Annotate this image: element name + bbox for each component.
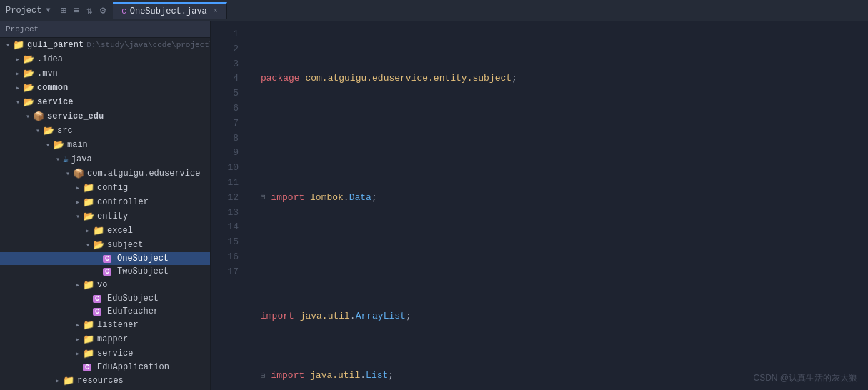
tree-label-vo: vo: [97, 280, 107, 290]
chevron-down-icon: ▾: [73, 212, 83, 221]
chevron-right-icon: ▸: [73, 349, 83, 358]
folder-icon: 📂: [23, 82, 34, 94]
chevron-down-icon: ▾: [43, 141, 53, 149]
tab-close-icon[interactable]: ×: [214, 7, 218, 15]
line-num-12: 12: [211, 191, 239, 206]
tree-label-eduteacher: EduTeacher: [107, 306, 159, 316]
tree-item-java[interactable]: ▾ ☕ java: [0, 152, 210, 166]
line-num-15: 15: [211, 235, 239, 250]
tree-item-guli-parent[interactable]: ▾ 📁 guli_parent D:\study\java\code\proje…: [0, 38, 210, 52]
tree-label-mvn: .mvn: [37, 69, 58, 79]
class-icon: C: [103, 268, 111, 276]
tree-item-service[interactable]: ▾ 📂 service: [0, 95, 210, 109]
chevron-down-icon: ▾: [83, 241, 93, 249]
tree-item-excel[interactable]: ▸ 📁 excel: [0, 224, 210, 238]
class-icon: C: [83, 364, 91, 371]
tree-item-onesubject[interactable]: ▸ C OneSubject: [0, 252, 210, 265]
tree-item-service-edu[interactable]: ▾ 📦 service_edu: [0, 109, 210, 124]
sort-icon[interactable]: ⇅: [86, 4, 92, 16]
chevron-down-icon: ▾: [53, 155, 63, 164]
tree-item-src[interactable]: ▾ 📂 src: [0, 124, 210, 138]
code-content[interactable]: package com.atguigu.eduservice.entity.su…: [246, 21, 868, 390]
chevron-down-icon: ▾: [3, 41, 13, 49]
tree-item-eduteacher[interactable]: ▸ C EduTeacher: [0, 305, 210, 318]
toolbar-icons: ⊞ ≡ ⇅ ⚙: [60, 4, 106, 16]
chevron-right-icon: ▸: [83, 226, 93, 235]
folder-icon: 📂: [23, 54, 34, 65]
folder-icon: 📁: [83, 334, 94, 345]
tree-label-service: service: [37, 97, 73, 107]
tree-label-twosubject: TwoSubject: [117, 266, 169, 276]
tree-label-package: com.atguigu.eduservice: [87, 169, 200, 179]
chevron-right-icon: ▸: [73, 321, 83, 329]
tree-item-edusubject[interactable]: ▸ C EduSubject: [0, 292, 210, 305]
tree-label-main: main: [67, 140, 88, 150]
title-bar-left: Project ▼ ⊞ ≡ ⇅ ⚙: [6, 4, 106, 16]
java-folder-icon: ☕: [63, 154, 69, 165]
watermark: CSDN @认真生活的灰太狼: [753, 372, 857, 384]
tree-label-excel: excel: [107, 226, 133, 236]
tree-item-resources[interactable]: ▸ 📁 resources: [0, 374, 210, 388]
code-line-3: ⊟ import lombok.Data;: [261, 191, 854, 206]
tree-item-mvn[interactable]: ▸ 📂 .mvn: [0, 66, 210, 81]
project-label[interactable]: Project: [6, 6, 41, 16]
tree-label-idea: .idea: [37, 54, 63, 64]
tree-item-main[interactable]: ▾ 📂 main: [0, 138, 210, 152]
tree-item-service-nested[interactable]: ▸ 📁 service: [0, 346, 210, 361]
chevron-right-icon: ▸: [13, 69, 23, 78]
tree-item-package[interactable]: ▾ 📦 com.atguigu.eduservice: [0, 166, 210, 181]
line-num-1: 1: [211, 27, 239, 42]
tree-item-twosubject[interactable]: ▸ C TwoSubject: [0, 265, 210, 278]
line-num-2: 2: [211, 42, 239, 57]
tree-item-controller[interactable]: ▸ 📁 controller: [0, 195, 210, 209]
tree-item-subject[interactable]: ▾ 📂 subject: [0, 238, 210, 252]
code-editor[interactable]: 1 2 3 4 5 6 7 8 9 10 11 12 13 14 15 16 1…: [211, 21, 868, 390]
tree-item-vo[interactable]: ▸ 📁 vo: [0, 278, 210, 292]
line-num-11: 11: [211, 176, 239, 191]
tree-item-idea[interactable]: ▸ 📂 .idea: [0, 52, 210, 66]
chevron-down-icon: ▾: [63, 169, 73, 178]
chevron-right-icon: ▸: [73, 281, 83, 289]
tree-label-resources: resources: [77, 376, 124, 386]
folder-icon: 📁: [83, 196, 94, 208]
folder-icon: 📂: [23, 96, 34, 108]
tree-item-config[interactable]: ▸ 📁 config: [0, 181, 210, 195]
project-icon: 📁: [13, 39, 24, 51]
tab-onesubject[interactable]: C OneSubject.java ×: [113, 2, 227, 19]
class-icon: C: [103, 255, 111, 263]
folder-icon: 📂: [93, 239, 104, 251]
line-numbers: 1 2 3 4 5 6 7 8 9 10 11 12 13 14 15 16 1…: [211, 21, 246, 390]
folder-icon: 📁: [83, 182, 94, 194]
tree-item-eduapplication[interactable]: ▸ C EduApplication: [0, 361, 210, 374]
tree-label-entity: entity: [97, 211, 128, 221]
tree-label-listener: listener: [97, 320, 139, 330]
code-area: 1 2 3 4 5 6 7 8 9 10 11 12 13 14 15 16 1…: [211, 21, 868, 390]
file-tree-sidebar: Project ▾ 📁 guli_parent D:\study\java\co…: [0, 21, 211, 390]
tree-label-guli-parent: guli_parent: [27, 40, 84, 50]
line-num-9: 9: [211, 146, 239, 161]
line-num-17: 17: [211, 265, 239, 280]
list-icon[interactable]: ≡: [74, 5, 79, 16]
chevron-down-icon: ▾: [33, 126, 43, 135]
layout-icon[interactable]: ⊞: [60, 4, 66, 16]
settings-icon[interactable]: ⚙: [100, 4, 106, 16]
line-num-4: 4: [211, 71, 239, 86]
chevron-right-icon: ▸: [73, 335, 83, 344]
line-num-14: 14: [211, 220, 239, 235]
project-dropdown-icon[interactable]: ▼: [46, 6, 50, 14]
tree-item-listener[interactable]: ▸ 📁 listener: [0, 318, 210, 332]
folder-icon: 📂: [43, 125, 54, 136]
tree-label-eduapplication: EduApplication: [97, 362, 169, 372]
module-icon: 📦: [33, 111, 44, 122]
class-icon: C: [93, 295, 101, 303]
tree-item-mapper[interactable]: ▸ 📁 mapper: [0, 332, 210, 346]
chevron-right-icon: ▸: [73, 184, 83, 192]
folder-icon: 📂: [23, 68, 34, 79]
chevron-down-icon: ▾: [23, 112, 33, 121]
package-icon: 📦: [73, 168, 84, 179]
tree-label-config: config: [97, 183, 128, 193]
tree-item-entity[interactable]: ▾ 📂 entity: [0, 209, 210, 224]
title-bar: Project ▼ ⊞ ≡ ⇅ ⚙ C OneSubject.java ×: [0, 0, 868, 21]
tree-label-service-edu: service_edu: [47, 111, 104, 121]
tree-item-common[interactable]: ▸ 📂 common: [0, 81, 210, 95]
